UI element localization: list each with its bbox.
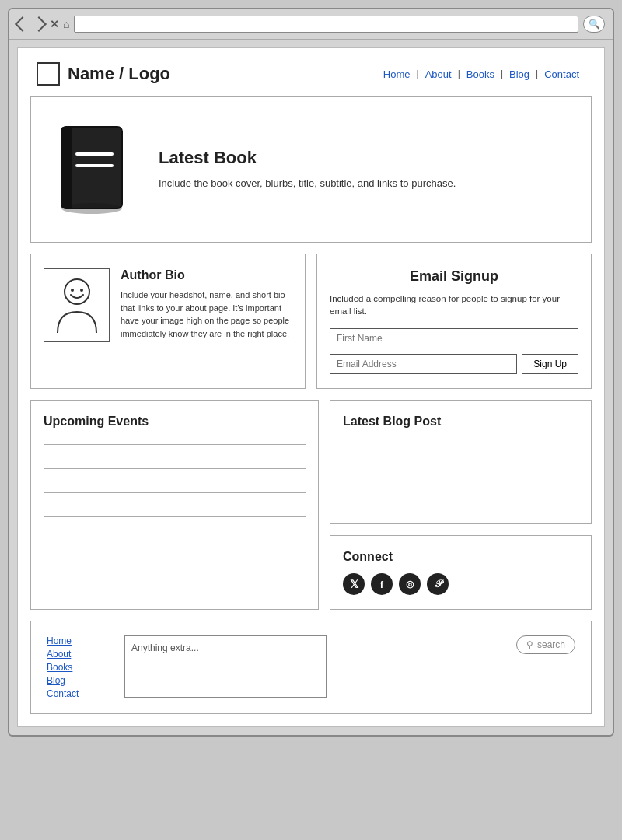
close-icon[interactable]: ✕ xyxy=(50,19,59,30)
author-bio-description: Include your headshot, name, and short b… xyxy=(121,289,292,340)
email-signup-description: Included a compelling reason for people … xyxy=(330,292,578,317)
book-icon xyxy=(50,119,135,220)
blog-section: Latest Blog Post xyxy=(330,400,592,524)
site-header: Name / Logo Home | About | Books | Blog … xyxy=(18,48,604,96)
event-line-3 xyxy=(44,491,306,493)
nav-blog[interactable]: Blog xyxy=(503,68,536,80)
hero-title: Latest Book xyxy=(159,148,456,168)
connect-section: Connect 𝕏 f ◎ 𝒫 xyxy=(330,535,592,610)
home-icon[interactable]: ⌂ xyxy=(63,19,69,30)
instagram-icon[interactable]: ◎ xyxy=(399,573,421,595)
footer-nav-books[interactable]: Books xyxy=(47,662,109,673)
email-signup-title: Email Signup xyxy=(330,268,578,285)
avatar-svg xyxy=(50,275,104,337)
footer-nav-about[interactable]: About xyxy=(47,649,109,660)
author-avatar xyxy=(44,268,110,342)
footer-extra-box: Anything extra... xyxy=(124,635,327,698)
browser-window: ✕ ⌂ 🔍 Name / Logo Home | About | Books |… xyxy=(8,8,614,737)
facebook-icon[interactable]: f xyxy=(371,573,393,595)
twitter-icon[interactable]: 𝕏 xyxy=(343,573,365,595)
connect-title: Connect xyxy=(343,550,578,564)
footer-search-label: search xyxy=(537,639,565,650)
email-signup-section: Email Signup Included a compelling reaso… xyxy=(316,254,592,389)
pinterest-icon[interactable]: 𝒫 xyxy=(427,573,449,595)
footer-nav: Home About Books Blog Contact xyxy=(47,635,109,699)
author-bio-text: Author Bio Include your headshot, name, … xyxy=(121,268,292,340)
blog-title: Latest Blog Post xyxy=(343,415,578,429)
browser-toolbar: ✕ ⌂ 🔍 xyxy=(9,9,613,40)
events-section: Upcoming Events xyxy=(30,400,319,610)
nav-books[interactable]: Books xyxy=(460,68,501,80)
svg-point-5 xyxy=(65,279,89,304)
email-address-input[interactable] xyxy=(330,354,517,374)
signup-button[interactable]: Sign Up xyxy=(522,354,578,374)
search-icon: ⚲ xyxy=(526,639,533,650)
logo-box xyxy=(37,62,60,86)
middle-row: Author Bio Include your headshot, name, … xyxy=(30,254,592,389)
event-line-2 xyxy=(44,467,306,469)
hero-text: Latest Book Include the book cover, blur… xyxy=(159,148,456,191)
email-row: Sign Up xyxy=(330,354,578,374)
footer-nav-contact[interactable]: Contact xyxy=(47,688,109,699)
author-bio-section: Author Bio Include your headshot, name, … xyxy=(30,254,306,389)
bottom-row: Upcoming Events Latest Blog Post Connect… xyxy=(30,400,592,610)
nav-home[interactable]: Home xyxy=(377,68,417,80)
author-bio-title: Author Bio xyxy=(121,268,292,282)
footer-nav-blog[interactable]: Blog xyxy=(47,675,109,686)
hero-section: Latest Book Include the book cover, blur… xyxy=(30,96,592,243)
back-icon[interactable] xyxy=(15,16,30,32)
magnifier-icon: 🔍 xyxy=(589,19,600,30)
nav-contact[interactable]: Contact xyxy=(538,68,585,80)
first-name-input[interactable] xyxy=(330,328,578,348)
browser-nav-icons: ✕ ⌂ xyxy=(17,19,69,30)
footer-extra-text: Anything extra... xyxy=(131,642,199,653)
svg-point-6 xyxy=(71,289,74,292)
site-title: Name / Logo xyxy=(68,64,170,84)
logo-area: Name / Logo xyxy=(37,62,170,86)
social-icons: 𝕏 f ◎ 𝒫 xyxy=(343,573,578,595)
events-title: Upcoming Events xyxy=(44,415,306,429)
hero-description: Include the book cover, blurbs, title, s… xyxy=(159,176,456,191)
svg-rect-1 xyxy=(61,127,72,208)
address-bar[interactable] xyxy=(74,16,578,33)
main-nav: Home | About | Books | Blog | Contact xyxy=(377,68,585,80)
browser-search-button[interactable]: 🔍 xyxy=(583,16,605,33)
svg-point-7 xyxy=(80,289,83,292)
footer-search-box[interactable]: ⚲ search xyxy=(516,635,575,654)
footer-nav-home[interactable]: Home xyxy=(47,635,109,646)
site-footer: Home About Books Blog Contact Anything e… xyxy=(30,621,592,714)
right-column: Latest Blog Post Connect 𝕏 f ◎ 𝒫 xyxy=(330,400,592,610)
footer-search: ⚲ search xyxy=(516,635,575,654)
nav-about[interactable]: About xyxy=(419,68,458,80)
page-content: Name / Logo Home | About | Books | Blog … xyxy=(17,47,605,727)
svg-point-4 xyxy=(61,203,122,214)
forward-icon[interactable] xyxy=(31,16,47,32)
event-line-4 xyxy=(44,515,306,517)
event-line-1 xyxy=(44,443,306,445)
